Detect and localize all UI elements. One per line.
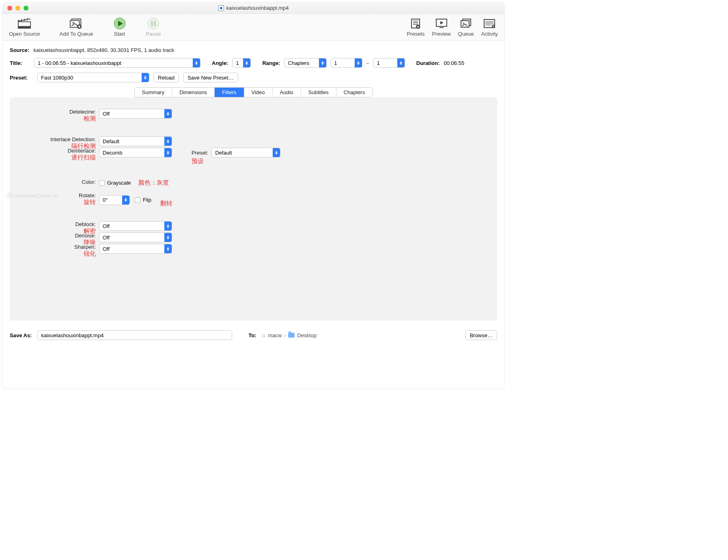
add-to-queue-button[interactable]: Add To Queue <box>60 18 93 37</box>
reload-button[interactable]: Reload <box>153 73 179 82</box>
duration-value: 00:06:55 <box>444 60 465 66</box>
flip-annotation: 翻转 <box>160 200 172 207</box>
color-label: Color: <box>82 179 96 185</box>
title-select[interactable]: 1 - 00:06:55 - kaixuelashouxinbappt <box>34 58 200 68</box>
denoise-label: Denoise: <box>75 233 96 239</box>
deint-preset-annotation: 预设 <box>192 157 280 165</box>
duration-label: Duration: <box>416 60 440 66</box>
window-close-button[interactable] <box>7 6 12 11</box>
detelecine-annotation: 检测 <box>84 115 96 123</box>
range-label: Range: <box>262 60 280 66</box>
source-info: kaixuelashouxinbappt, 852x480, 30.3031 F… <box>33 47 174 53</box>
detelecine-select[interactable]: Off <box>99 109 172 118</box>
tab-dimensions[interactable]: Dimensions <box>172 88 215 97</box>
title-label: Title: <box>10 60 30 66</box>
source-label: Source: <box>10 47 29 53</box>
play-icon <box>113 18 127 29</box>
color-annotation: 颜色：灰度 <box>138 179 169 187</box>
tab-subtitles[interactable]: Subtitles <box>301 88 336 97</box>
deinterlace-select[interactable]: Decomb <box>99 148 172 157</box>
tab-video[interactable]: Video <box>244 88 273 97</box>
grayscale-label: Grayscale <box>107 180 131 186</box>
deint-preset-select[interactable]: Default <box>211 148 280 157</box>
queue-icon <box>459 18 473 29</box>
window-minimize-button[interactable] <box>15 6 20 11</box>
destination-path[interactable]: ⌂ macw › Desktop <box>262 332 317 338</box>
save-as-label: Save As: <box>10 332 32 338</box>
svg-rect-1 <box>18 26 30 28</box>
flip-label: Flip <box>143 197 151 203</box>
window-zoom-button[interactable] <box>24 6 28 11</box>
interlace-detection-select[interactable]: Default <box>99 136 172 146</box>
activity-button[interactable]: Activity <box>481 18 498 37</box>
clapperboard-icon <box>17 18 31 29</box>
angle-select[interactable]: 1 <box>232 58 251 68</box>
pause-button: Pause <box>146 18 161 37</box>
tabs: Summary Dimensions Filters Video Audio S… <box>134 87 373 97</box>
detelecine-label: Detelecine: <box>69 109 96 115</box>
svg-point-15 <box>417 26 419 28</box>
angle-label: Angle: <box>212 60 228 66</box>
tab-audio[interactable]: Audio <box>273 88 301 97</box>
home-icon: ⌂ <box>262 332 265 338</box>
tab-summary[interactable]: Summary <box>135 88 172 97</box>
svg-point-7 <box>148 18 159 29</box>
range-from-select[interactable]: 1 <box>331 58 362 68</box>
rotate-label: Rotate: <box>79 192 96 198</box>
start-label: Start <box>114 31 125 37</box>
pause-label: Pause <box>146 31 161 37</box>
activity-icon <box>482 18 496 29</box>
tab-chapters[interactable]: Chapters <box>336 88 373 97</box>
to-label: To: <box>248 332 256 338</box>
presets-label: Presets <box>407 31 424 37</box>
save-new-preset-button[interactable]: Save New Preset… <box>183 73 238 82</box>
sharpen-label: Sharpen: <box>74 244 96 250</box>
pause-icon <box>146 18 160 29</box>
range-type-select[interactable]: Chapters <box>284 58 327 68</box>
preview-button[interactable]: Preview <box>432 18 451 37</box>
svg-point-20 <box>463 23 464 24</box>
sharpen-annotation: 锐化 <box>84 250 96 258</box>
queue-button[interactable]: Queue <box>458 18 474 37</box>
interlace-detection-label: Interlace Detection: <box>50 136 96 142</box>
browse-button[interactable]: Browse… <box>465 330 497 340</box>
rotate-select[interactable]: 0° <box>99 195 130 205</box>
svg-point-4 <box>73 22 74 24</box>
queue-label: Queue <box>458 31 474 37</box>
activity-label: Activity <box>481 31 498 37</box>
file-icon <box>218 5 224 11</box>
tab-filters[interactable]: Filters <box>215 88 244 97</box>
deinterlace-label: Deinterlace: <box>68 148 96 154</box>
add-to-queue-icon <box>69 18 83 29</box>
folder-icon <box>288 333 295 338</box>
range-to-select[interactable]: 1 <box>373 58 405 68</box>
svg-rect-9 <box>154 21 155 26</box>
path-segment-1: macw <box>268 332 282 338</box>
preview-icon <box>435 18 448 29</box>
preset-label: Preset: <box>10 75 33 81</box>
deblock-label: Deblock: <box>75 221 96 227</box>
presets-button[interactable]: Presets <box>407 18 424 37</box>
deblock-select[interactable]: Off <box>99 221 172 231</box>
range-dash: – <box>366 60 369 66</box>
save-as-input[interactable] <box>37 330 232 340</box>
start-button[interactable]: Start <box>113 18 127 37</box>
preset-select[interactable]: Fast 1080p30 <box>37 73 149 82</box>
path-segment-2: Desktop <box>297 332 317 338</box>
open-source-label: Open Source <box>9 31 40 37</box>
svg-rect-17 <box>439 27 444 28</box>
denoise-select[interactable]: Off <box>99 233 172 242</box>
deint-preset-label: Preset: <box>192 150 208 156</box>
flip-checkbox[interactable] <box>135 197 140 203</box>
open-source-button[interactable]: Open Source <box>9 18 40 37</box>
sharpen-select[interactable]: Off <box>99 244 172 254</box>
grayscale-checkbox[interactable] <box>99 180 105 186</box>
chevron-right-icon: › <box>284 332 286 338</box>
toolbar: Open Source Add To Queue Start Pause <box>2 14 504 41</box>
window-title: kaixuelashouxinbappt.mp4 <box>226 5 289 11</box>
rotate-annotation: 旋转 <box>84 198 96 206</box>
deinterlace-annotation: 逐行扫描 <box>71 154 96 162</box>
presets-icon <box>409 18 422 29</box>
titlebar: kaixuelashouxinbappt.mp4 <box>2 2 504 14</box>
add-to-queue-label: Add To Queue <box>60 31 93 37</box>
